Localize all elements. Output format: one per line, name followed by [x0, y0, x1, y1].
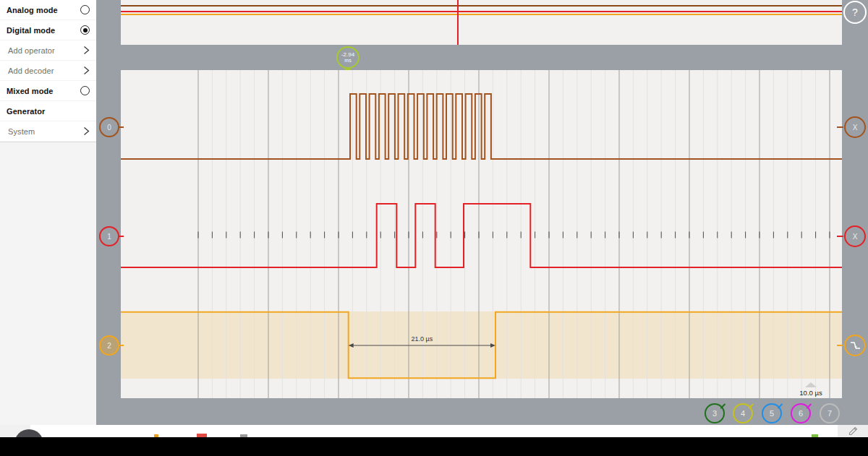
sidebar-item-generator[interactable]: Generator	[0, 101, 96, 121]
badge-label: 7	[827, 409, 832, 418]
help-button[interactable]: ?	[843, 1, 867, 24]
sidebar-item-mixed-mode[interactable]: Mixed mode	[0, 81, 96, 101]
radio-unchecked-icon[interactable]	[80, 5, 90, 14]
sidebar-item-label: Analog mode	[7, 6, 80, 14]
channel-badge-d3[interactable]: 3	[705, 403, 725, 423]
chevron-right-icon	[83, 126, 90, 136]
svg-text:21.0 µs: 21.0 µs	[411, 335, 433, 343]
sidebar-menu: Analog mode Digital mode Add operator Ad…	[0, 0, 96, 142]
chevron-right-icon	[83, 46, 90, 55]
channel-badge-d4[interactable]: 4	[733, 403, 753, 423]
analog-line-d2	[121, 14, 842, 15]
channel-badge-d2[interactable]: 2	[99, 335, 119, 356]
d0-threshold-badge[interactable]: X	[844, 116, 866, 138]
timebase-label: 10.0 µs	[786, 389, 836, 397]
trigger-position-line[interactable]	[457, 0, 459, 45]
d0-connector	[118, 126, 124, 128]
sidebar-item-label: System	[7, 127, 83, 136]
channel-badge-d6[interactable]: 6	[791, 403, 811, 423]
d1-threshold-badge[interactable]: X	[844, 225, 866, 247]
digital-plot[interactable]: 21.0 µs 10.0 µs	[121, 70, 842, 398]
badge-label: 4	[741, 409, 745, 418]
app-root: -2.94 ms ? 21.0 µs 10.0 µs 0 1 2 X X 3 4	[0, 0, 868, 456]
radio-unchecked-icon[interactable]	[80, 86, 90, 95]
sidebar-item-label: Digital mode	[7, 26, 80, 35]
trigger-time-value: -2.94	[341, 52, 354, 58]
falling-edge-trigger-icon	[849, 340, 861, 352]
channel-badge-d1[interactable]: 1	[99, 226, 119, 246]
sidebar-item-add-decoder[interactable]: Add decoder	[0, 61, 96, 81]
badge-label: 6	[799, 409, 803, 418]
d1-right-connector	[837, 236, 843, 237]
analog-line-d0	[121, 5, 842, 7]
d0-right-connector	[837, 126, 843, 128]
timebase-control[interactable]: 10.0 µs	[786, 382, 836, 397]
badge-label: 3	[712, 409, 717, 418]
bottom-toolbar	[30, 425, 838, 437]
sidebar-item-system[interactable]: System	[0, 121, 96, 142]
trigger-time-unit: ms	[344, 58, 351, 63]
chevron-right-icon	[83, 66, 90, 75]
channel-badge-d5[interactable]: 5	[762, 403, 782, 423]
d1-connector	[118, 236, 124, 237]
d2-trigger-badge[interactable]	[844, 335, 866, 356]
channel-badge-d0[interactable]: 0	[99, 117, 119, 137]
sidebar-item-label: Add operator	[7, 46, 83, 55]
digital-plot-svg: 21.0 µs	[121, 70, 842, 398]
annotate-button[interactable]	[838, 425, 868, 437]
d2-right-connector	[837, 345, 843, 346]
sidebar: Analog mode Digital mode Add operator Ad…	[0, 0, 96, 425]
d2-connector	[118, 345, 124, 346]
sidebar-item-analog-mode[interactable]: Analog mode	[0, 0, 96, 20]
radio-checked-icon[interactable]	[80, 25, 90, 35]
sidebar-item-label: Mixed mode	[7, 87, 80, 95]
bottom-black-bar	[0, 437, 868, 456]
analog-line-d1	[121, 11, 842, 12]
badge-label: 5	[770, 409, 774, 418]
sidebar-item-label: Add decoder	[7, 66, 83, 75]
timebase-up-arrow-icon[interactable]	[805, 382, 817, 387]
pencil-icon	[847, 425, 859, 437]
analog-overview-strip[interactable]	[121, 0, 842, 45]
sidebar-item-digital-mode[interactable]: Digital mode	[0, 20, 96, 40]
sidebar-item-add-operator[interactable]: Add operator	[0, 40, 96, 61]
channel-badge-d7[interactable]: 7	[820, 403, 840, 423]
sidebar-item-label: Generator	[7, 107, 90, 116]
trigger-time-badge[interactable]: -2.94 ms	[336, 46, 359, 69]
